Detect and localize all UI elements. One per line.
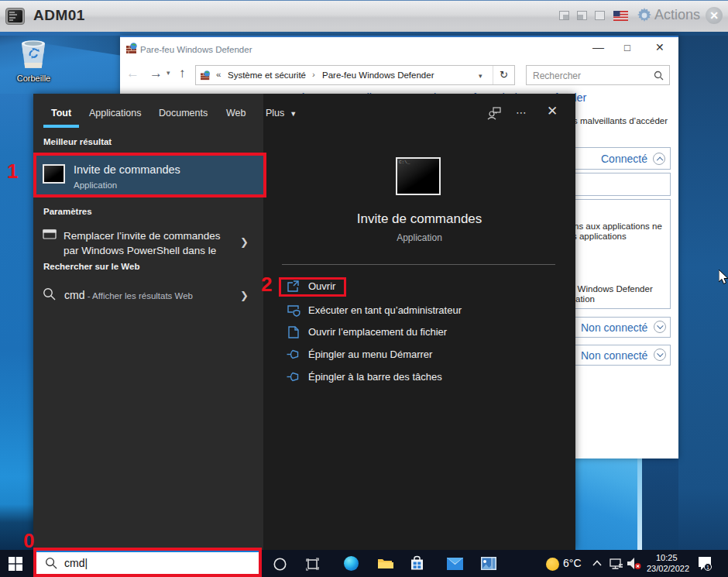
svg-text:1: 1 [706,565,709,570]
